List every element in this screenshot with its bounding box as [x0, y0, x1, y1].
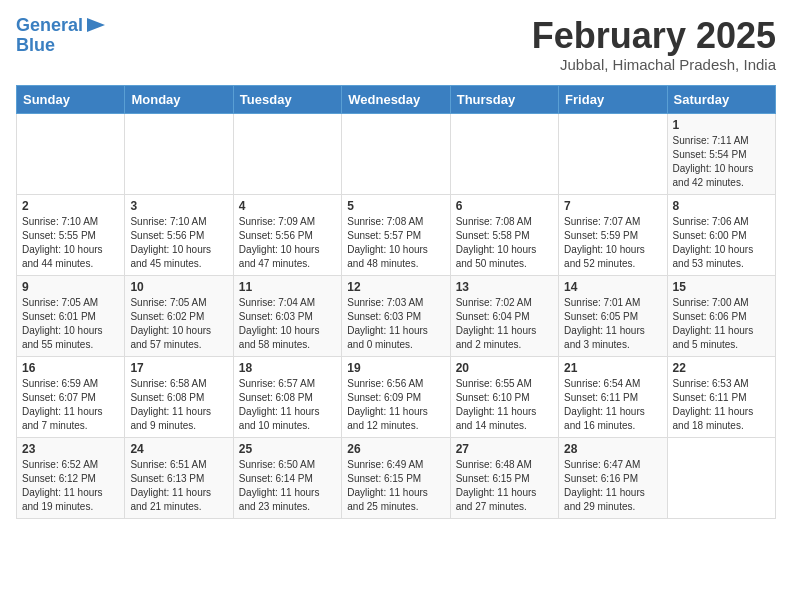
calendar-day-header: Monday: [125, 85, 233, 113]
calendar-day-header: Thursday: [450, 85, 558, 113]
day-info: Sunrise: 7:10 AM Sunset: 5:55 PM Dayligh…: [22, 215, 119, 271]
svg-marker-0: [87, 18, 105, 32]
calendar-cell: 1Sunrise: 7:11 AM Sunset: 5:54 PM Daylig…: [667, 113, 775, 194]
day-info: Sunrise: 6:55 AM Sunset: 6:10 PM Dayligh…: [456, 377, 553, 433]
calendar-cell: 25Sunrise: 6:50 AM Sunset: 6:14 PM Dayli…: [233, 437, 341, 518]
day-number: 11: [239, 280, 336, 294]
calendar-day-header: Saturday: [667, 85, 775, 113]
calendar-header-row: SundayMondayTuesdayWednesdayThursdayFrid…: [17, 85, 776, 113]
day-info: Sunrise: 6:53 AM Sunset: 6:11 PM Dayligh…: [673, 377, 770, 433]
day-info: Sunrise: 6:47 AM Sunset: 6:16 PM Dayligh…: [564, 458, 661, 514]
day-info: Sunrise: 6:49 AM Sunset: 6:15 PM Dayligh…: [347, 458, 444, 514]
day-number: 17: [130, 361, 227, 375]
day-info: Sunrise: 7:05 AM Sunset: 6:02 PM Dayligh…: [130, 296, 227, 352]
calendar-day-header: Tuesday: [233, 85, 341, 113]
day-info: Sunrise: 7:11 AM Sunset: 5:54 PM Dayligh…: [673, 134, 770, 190]
calendar-week-row: 23Sunrise: 6:52 AM Sunset: 6:12 PM Dayli…: [17, 437, 776, 518]
logo: General Blue: [16, 16, 105, 56]
day-number: 7: [564, 199, 661, 213]
day-info: Sunrise: 7:10 AM Sunset: 5:56 PM Dayligh…: [130, 215, 227, 271]
day-number: 19: [347, 361, 444, 375]
day-number: 25: [239, 442, 336, 456]
day-number: 16: [22, 361, 119, 375]
calendar-cell: [233, 113, 341, 194]
logo-text-line2: Blue: [16, 36, 55, 56]
calendar-day-header: Wednesday: [342, 85, 450, 113]
calendar-cell: 13Sunrise: 7:02 AM Sunset: 6:04 PM Dayli…: [450, 275, 558, 356]
calendar-cell: 16Sunrise: 6:59 AM Sunset: 6:07 PM Dayli…: [17, 356, 125, 437]
calendar-cell: 24Sunrise: 6:51 AM Sunset: 6:13 PM Dayli…: [125, 437, 233, 518]
day-number: 1: [673, 118, 770, 132]
day-number: 28: [564, 442, 661, 456]
location: Jubbal, Himachal Pradesh, India: [532, 56, 776, 73]
day-number: 3: [130, 199, 227, 213]
day-number: 18: [239, 361, 336, 375]
day-number: 6: [456, 199, 553, 213]
day-info: Sunrise: 7:08 AM Sunset: 5:58 PM Dayligh…: [456, 215, 553, 271]
calendar-cell: 7Sunrise: 7:07 AM Sunset: 5:59 PM Daylig…: [559, 194, 667, 275]
calendar-cell: 20Sunrise: 6:55 AM Sunset: 6:10 PM Dayli…: [450, 356, 558, 437]
day-info: Sunrise: 6:48 AM Sunset: 6:15 PM Dayligh…: [456, 458, 553, 514]
day-info: Sunrise: 7:00 AM Sunset: 6:06 PM Dayligh…: [673, 296, 770, 352]
day-info: Sunrise: 7:06 AM Sunset: 6:00 PM Dayligh…: [673, 215, 770, 271]
day-info: Sunrise: 6:56 AM Sunset: 6:09 PM Dayligh…: [347, 377, 444, 433]
calendar-cell: [125, 113, 233, 194]
day-info: Sunrise: 6:58 AM Sunset: 6:08 PM Dayligh…: [130, 377, 227, 433]
calendar-cell: 8Sunrise: 7:06 AM Sunset: 6:00 PM Daylig…: [667, 194, 775, 275]
day-number: 2: [22, 199, 119, 213]
day-info: Sunrise: 7:02 AM Sunset: 6:04 PM Dayligh…: [456, 296, 553, 352]
day-info: Sunrise: 6:51 AM Sunset: 6:13 PM Dayligh…: [130, 458, 227, 514]
day-number: 4: [239, 199, 336, 213]
calendar-cell: 26Sunrise: 6:49 AM Sunset: 6:15 PM Dayli…: [342, 437, 450, 518]
logo-arrow-icon: [87, 18, 105, 32]
calendar-cell: 17Sunrise: 6:58 AM Sunset: 6:08 PM Dayli…: [125, 356, 233, 437]
calendar-week-row: 16Sunrise: 6:59 AM Sunset: 6:07 PM Dayli…: [17, 356, 776, 437]
calendar-week-row: 9Sunrise: 7:05 AM Sunset: 6:01 PM Daylig…: [17, 275, 776, 356]
day-number: 14: [564, 280, 661, 294]
day-info: Sunrise: 7:09 AM Sunset: 5:56 PM Dayligh…: [239, 215, 336, 271]
day-info: Sunrise: 6:57 AM Sunset: 6:08 PM Dayligh…: [239, 377, 336, 433]
day-number: 20: [456, 361, 553, 375]
day-number: 23: [22, 442, 119, 456]
logo-text-line1: General: [16, 16, 83, 36]
calendar-cell: 3Sunrise: 7:10 AM Sunset: 5:56 PM Daylig…: [125, 194, 233, 275]
calendar-cell: [667, 437, 775, 518]
day-number: 10: [130, 280, 227, 294]
calendar-day-header: Sunday: [17, 85, 125, 113]
calendar-cell: [342, 113, 450, 194]
day-number: 22: [673, 361, 770, 375]
day-number: 15: [673, 280, 770, 294]
calendar-cell: 11Sunrise: 7:04 AM Sunset: 6:03 PM Dayli…: [233, 275, 341, 356]
calendar-cell: 5Sunrise: 7:08 AM Sunset: 5:57 PM Daylig…: [342, 194, 450, 275]
calendar-cell: [559, 113, 667, 194]
day-number: 12: [347, 280, 444, 294]
calendar-cell: [17, 113, 125, 194]
calendar-cell: 10Sunrise: 7:05 AM Sunset: 6:02 PM Dayli…: [125, 275, 233, 356]
calendar-cell: 23Sunrise: 6:52 AM Sunset: 6:12 PM Dayli…: [17, 437, 125, 518]
day-info: Sunrise: 6:59 AM Sunset: 6:07 PM Dayligh…: [22, 377, 119, 433]
calendar-cell: 2Sunrise: 7:10 AM Sunset: 5:55 PM Daylig…: [17, 194, 125, 275]
day-info: Sunrise: 6:52 AM Sunset: 6:12 PM Dayligh…: [22, 458, 119, 514]
calendar-cell: [450, 113, 558, 194]
day-number: 27: [456, 442, 553, 456]
day-info: Sunrise: 6:54 AM Sunset: 6:11 PM Dayligh…: [564, 377, 661, 433]
day-info: Sunrise: 7:01 AM Sunset: 6:05 PM Dayligh…: [564, 296, 661, 352]
calendar-day-header: Friday: [559, 85, 667, 113]
day-number: 8: [673, 199, 770, 213]
calendar-cell: 6Sunrise: 7:08 AM Sunset: 5:58 PM Daylig…: [450, 194, 558, 275]
day-info: Sunrise: 6:50 AM Sunset: 6:14 PM Dayligh…: [239, 458, 336, 514]
day-info: Sunrise: 7:03 AM Sunset: 6:03 PM Dayligh…: [347, 296, 444, 352]
calendar-cell: 21Sunrise: 6:54 AM Sunset: 6:11 PM Dayli…: [559, 356, 667, 437]
page-header: General Blue February 2025 Jubbal, Himac…: [16, 16, 776, 73]
day-info: Sunrise: 7:05 AM Sunset: 6:01 PM Dayligh…: [22, 296, 119, 352]
title-block: February 2025 Jubbal, Himachal Pradesh, …: [532, 16, 776, 73]
day-info: Sunrise: 7:04 AM Sunset: 6:03 PM Dayligh…: [239, 296, 336, 352]
day-info: Sunrise: 7:08 AM Sunset: 5:57 PM Dayligh…: [347, 215, 444, 271]
day-number: 5: [347, 199, 444, 213]
day-number: 26: [347, 442, 444, 456]
calendar-cell: 12Sunrise: 7:03 AM Sunset: 6:03 PM Dayli…: [342, 275, 450, 356]
calendar-cell: 27Sunrise: 6:48 AM Sunset: 6:15 PM Dayli…: [450, 437, 558, 518]
calendar-cell: 15Sunrise: 7:00 AM Sunset: 6:06 PM Dayli…: [667, 275, 775, 356]
month-title: February 2025: [532, 16, 776, 56]
calendar-week-row: 2Sunrise: 7:10 AM Sunset: 5:55 PM Daylig…: [17, 194, 776, 275]
